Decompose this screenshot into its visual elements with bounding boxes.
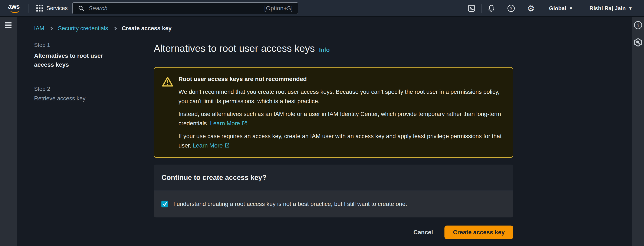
hamburger-icon (5, 25, 12, 26)
region-label: Global (549, 5, 566, 12)
step1-label: Step 1 (34, 42, 119, 48)
notifications-bell-icon (487, 4, 495, 12)
warning-paragraph-3: If your use case requires an access key,… (178, 132, 504, 150)
learn-more-link[interactable]: Learn More (210, 120, 247, 127)
side-navigation-strip (0, 17, 17, 246)
hamburger-icon (5, 27, 12, 28)
settings-button[interactable]: ⚙ (524, 0, 538, 17)
step2-label: Step 2 (34, 86, 119, 92)
breadcrumb-link-security-credentials[interactable]: Security credentials (58, 25, 108, 32)
external-link-icon (242, 120, 247, 126)
page-title: Alternatives to root user access keys (154, 43, 315, 54)
region-selector[interactable]: Global ▼ (544, 0, 578, 17)
services-label: Services (46, 5, 68, 12)
info-icon: i (634, 21, 642, 29)
nav-divider (28, 4, 29, 13)
acknowledge-checkbox-label[interactable]: I understand creating a root access key … (173, 201, 407, 207)
resources-panel-button[interactable] (632, 34, 644, 51)
confirm-card-title: Continue to create access key? (162, 173, 266, 182)
top-navigation-bar: aws Services Search [Option+S] (0, 0, 644, 17)
nav-divider (581, 4, 582, 13)
chevron-right-icon (50, 27, 53, 30)
footer-actions: Cancel Create access key (154, 225, 513, 239)
hamburger-icon (5, 22, 12, 24)
settings-gear-icon: ⚙ (527, 4, 535, 13)
aws-console-page: aws Services Search [Option+S] (0, 0, 644, 246)
resources-hexagon-icon (634, 38, 642, 47)
create-access-key-button[interactable]: Create access key (444, 225, 513, 239)
warning-triangle-icon (162, 76, 173, 88)
steps-divider (34, 78, 119, 78)
nav-divider (481, 4, 482, 13)
learn-more-link[interactable]: Learn More (193, 142, 230, 149)
external-link-icon (224, 143, 230, 148)
chevron-down-icon: ▼ (569, 6, 573, 11)
warning-paragraph-1: We don't recommend that you create root … (178, 87, 504, 106)
breadcrumb-link-iam[interactable]: IAM (34, 25, 44, 32)
services-menu-button[interactable]: Services (34, 0, 70, 17)
info-panel-button[interactable]: i (632, 17, 644, 34)
wizard-steps-nav: Step 1 Alternatives to root user access … (34, 42, 119, 102)
search-input[interactable]: Search [Option+S] (72, 2, 298, 14)
cloudshell-button[interactable] (465, 0, 478, 17)
nav-divider (541, 4, 541, 13)
breadcrumb-current: Create access key (122, 25, 172, 32)
account-name: Rishi Raj Jain (590, 5, 626, 12)
breadcrumb: IAM Security credentials Create access k… (34, 25, 172, 32)
chevron-down-icon: ▼ (628, 6, 632, 11)
open-menu-button[interactable] (5, 22, 12, 28)
tools-panel-strip: i (632, 17, 644, 246)
help-icon: ? (508, 5, 515, 12)
search-shortcut-hint: [Option+S] (264, 5, 292, 12)
cloudshell-icon (468, 4, 476, 12)
help-button[interactable]: ? (504, 0, 518, 17)
confirm-card-header: Continue to create access key? (154, 165, 513, 191)
aws-logo[interactable]: aws (8, 4, 23, 13)
aws-logo-smile (9, 8, 20, 13)
warning-title: Root user access keys are not recommende… (178, 76, 504, 83)
services-grid-icon (36, 5, 43, 12)
account-menu[interactable]: Rishi Raj Jain ▼ (584, 0, 638, 17)
step2-title: Retrieve access key (34, 95, 119, 102)
chevron-right-icon (113, 27, 117, 30)
nav-divider (501, 4, 501, 13)
search-placeholder: Search (88, 5, 260, 12)
cancel-button[interactable]: Cancel (411, 226, 435, 239)
warning-banner: Root user access keys are not recommende… (154, 67, 513, 158)
step1-title[interactable]: Alternatives to root user access keys (34, 51, 106, 69)
warning-paragraph-2: Instead, use alternatives such as an IAM… (178, 109, 504, 128)
notifications-button[interactable] (484, 0, 498, 17)
search-icon (78, 5, 84, 12)
info-link[interactable]: Info (319, 47, 330, 53)
confirm-card: Continue to create access key? I underst… (154, 165, 513, 217)
check-icon (162, 201, 168, 206)
acknowledge-checkbox[interactable] (162, 201, 168, 207)
